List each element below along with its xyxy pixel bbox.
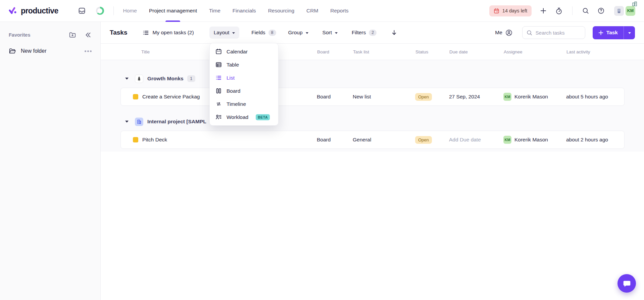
add-task-split-button: Task [593, 26, 635, 39]
top-navigation-bar: productive Home Project management Time … [0, 0, 644, 22]
add-task-label: Task [606, 30, 618, 36]
nav-item-resourcing[interactable]: Resourcing [268, 0, 294, 22]
add-icon[interactable] [540, 7, 547, 14]
chevron-down-icon [628, 32, 631, 34]
assignee-name: Korerik Mason [514, 137, 548, 143]
folder-open-icon [9, 47, 16, 55]
collapse-group-icon[interactable] [125, 78, 129, 80]
sort-button[interactable]: Sort [323, 30, 338, 36]
inbox-icon[interactable] [78, 7, 86, 15]
search-icon[interactable] [582, 7, 589, 14]
tasks-toolbar: Tasks My open tasks (2) Layout Fields 8 [101, 22, 644, 44]
menu-item-timeline[interactable]: Timeline [210, 97, 278, 111]
filters-label: Filters [352, 30, 366, 36]
column-due-date[interactable]: Due date [449, 49, 504, 54]
item-options-icon[interactable] [85, 50, 92, 52]
trial-countdown-badge[interactable]: 14 days left [489, 5, 532, 16]
add-folder-icon[interactable] [69, 31, 76, 39]
column-status[interactable]: Status [415, 49, 449, 54]
menu-item-label: Calendar [227, 49, 248, 55]
nav-item-reports[interactable]: Reports [330, 0, 348, 22]
favorites-sidebar: Favorites [0, 22, 101, 300]
group-header-internal-project: Internal project [SAMPL [101, 115, 644, 129]
tasks-main-panel: Tasks My open tasks (2) Layout Fields 8 [101, 22, 644, 300]
group-avatar-growth-monks [135, 75, 143, 83]
task-list-name: General [353, 137, 415, 143]
assignee-name: Korerik Mason [514, 94, 548, 100]
list-icon [215, 75, 222, 81]
group-name[interactable]: Internal project [SAMPL [147, 119, 206, 125]
sort-label: Sort [323, 30, 332, 36]
add-task-button[interactable]: Task [593, 26, 624, 39]
menu-item-label: Timeline [227, 101, 246, 107]
me-filter-button[interactable]: Me [495, 29, 513, 37]
nav-item-home[interactable]: Home [123, 0, 137, 22]
board-icon [215, 88, 222, 94]
nav-item-time[interactable]: Time [209, 0, 220, 22]
task-title: Create a Service Packag [142, 94, 200, 100]
task-row[interactable]: Create a Service Packag Board New list O… [120, 88, 625, 106]
list-view-icon [143, 30, 149, 36]
layout-dropdown-button[interactable]: Layout [209, 27, 240, 39]
assignee-avatar: KM [503, 93, 511, 101]
task-board: Board [317, 94, 353, 100]
nav-item-project-management[interactable]: Project management [149, 0, 197, 22]
collapse-group-icon[interactable] [125, 121, 129, 123]
timeline-icon [215, 101, 222, 107]
primary-nav: Home Project management Time Financials … [123, 0, 349, 22]
menu-item-calendar[interactable]: Calendar [210, 45, 278, 58]
menu-item-label: Board [227, 88, 240, 94]
app-window: productive Home Project management Time … [0, 0, 644, 300]
tab-label: My open tasks (2) [152, 30, 194, 36]
task-last-activity: about 5 hours ago [566, 94, 624, 100]
calendar-icon [215, 48, 222, 55]
search-tasks-input[interactable] [536, 30, 579, 36]
column-last-activity[interactable]: Last activity [566, 49, 625, 54]
add-due-date-button[interactable]: Add Due date [449, 137, 503, 143]
menu-item-table[interactable]: Table [210, 58, 278, 71]
status-badge[interactable]: Open [415, 136, 432, 144]
add-task-options-button[interactable] [624, 26, 635, 39]
column-assignee[interactable]: Assignee [504, 49, 566, 54]
nav-item-crm[interactable]: CRM [306, 0, 318, 22]
task-board: Board [317, 137, 353, 143]
collapse-sidebar-icon[interactable] [84, 31, 92, 39]
status-badge[interactable]: Open [415, 93, 432, 101]
fields-button[interactable]: Fields 8 [251, 30, 276, 36]
group-header-growth-monks: Growth Monks 1 [101, 72, 644, 86]
group-label: Group [288, 30, 303, 36]
group-count-badge: 1 [187, 75, 195, 82]
sidebar-item-new-folder[interactable]: New folder [0, 44, 100, 58]
menu-item-workload[interactable]: Workload BETA [210, 111, 278, 124]
group-button[interactable]: Group [288, 30, 308, 36]
filters-button[interactable]: Filters 2 [352, 30, 377, 36]
brand-name: productive [21, 6, 58, 15]
task-row[interactable]: Pitch Deck Board General Open Add Due da… [120, 131, 625, 149]
task-title: Pitch Deck [142, 137, 167, 143]
tab-my-open-tasks[interactable]: My open tasks (2) [143, 30, 194, 36]
favorites-title: Favorites [9, 32, 30, 38]
search-icon [526, 30, 533, 36]
support-chat-button[interactable] [617, 274, 636, 293]
menu-item-board[interactable]: Board [210, 84, 278, 97]
group-name[interactable]: Growth Monks [147, 76, 184, 82]
usage-progress-ring[interactable] [96, 7, 104, 15]
topbar-divider-2 [572, 6, 573, 15]
menu-item-list[interactable]: List [210, 71, 278, 84]
menu-item-label: Workload [227, 114, 248, 120]
export-download-icon[interactable] [391, 29, 398, 36]
task-due-date[interactable]: 27 Sep, 2024 [449, 94, 503, 100]
column-task-list[interactable]: Task list [353, 49, 415, 54]
nav-item-financials[interactable]: Financials [233, 0, 256, 22]
help-icon[interactable] [597, 7, 605, 14]
task-list-name: New list [353, 94, 415, 100]
beta-badge: BETA [256, 114, 270, 120]
column-board[interactable]: Board [317, 49, 353, 54]
organization-avatar[interactable] [614, 6, 624, 16]
organization-mini-icon [632, 1, 637, 8]
calendar-icon [494, 8, 499, 14]
task-color-marker [133, 94, 138, 99]
productive-logo[interactable]: productive [9, 6, 58, 15]
table-icon [215, 61, 222, 68]
timer-icon[interactable] [555, 7, 563, 15]
